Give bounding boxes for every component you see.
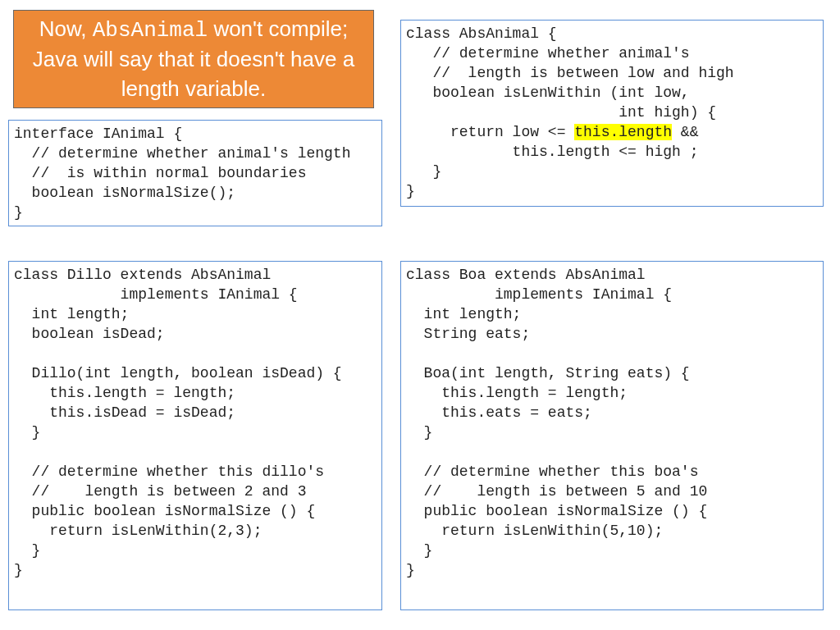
- code-line: }: [14, 204, 23, 221]
- code-line: }: [406, 183, 415, 199]
- code-line: }: [406, 163, 441, 180]
- code-line: // determine whether this dillo's: [14, 463, 324, 480]
- code-line: interface IAnimal {: [14, 126, 182, 142]
- code-line: this.eats = eats;: [406, 404, 592, 421]
- code-dillo: class Dillo extends AbsAnimal implements…: [8, 261, 382, 610]
- code-line: int length;: [14, 306, 129, 322]
- code-ianimal: interface IAnimal { // determine whether…: [8, 120, 382, 226]
- code-line: return isLenWithin(5,10);: [406, 523, 663, 539]
- code-line: this.length = length;: [14, 385, 235, 401]
- code-line: class AbsAnimal {: [406, 25, 557, 42]
- code-line: boolean isLenWithin (int low,: [406, 84, 690, 101]
- code-absanimal: class AbsAnimal { // determine whether a…: [400, 20, 824, 207]
- highlight-this-length: this.length: [574, 124, 672, 140]
- code-line-part: return low <=: [406, 124, 574, 140]
- code-line: // determine whether this boa's: [406, 463, 698, 480]
- code-line: class Dillo extends AbsAnimal: [14, 267, 271, 283]
- code-line: int length;: [406, 306, 521, 322]
- code-line: boolean isDead;: [14, 326, 165, 342]
- code-line: }: [14, 542, 40, 559]
- code-line: this.length <= high ;: [406, 144, 698, 160]
- code-line: // length is between 2 and 3: [14, 483, 306, 500]
- code-line: // determine whether animal's length: [14, 145, 350, 162]
- callout-prefix: Now,: [39, 16, 93, 41]
- code-line: int high) {: [406, 104, 716, 121]
- callout-box: Now, AbsAnimal won't compile; Java will …: [13, 10, 374, 108]
- code-boa: class Boa extends AbsAnimal implements I…: [400, 261, 824, 610]
- code-line: this.length = length;: [406, 385, 628, 401]
- code-line: implements IAnimal {: [14, 286, 298, 303]
- code-line: public boolean isNormalSize () {: [406, 503, 707, 519]
- code-line: String eats;: [406, 326, 530, 342]
- code-line: // length is between low and high: [406, 65, 734, 81]
- callout-code: AbsAnimal: [93, 18, 208, 43]
- code-line: }: [14, 562, 23, 578]
- callout-text: Now, AbsAnimal won't compile; Java will …: [30, 15, 357, 103]
- code-line: Dillo(int length, boolean isDead) {: [14, 365, 342, 381]
- code-line: }: [406, 542, 432, 559]
- code-line: }: [406, 562, 415, 578]
- code-line: // is within normal boundaries: [14, 165, 306, 181]
- code-line: // determine whether animal's: [406, 45, 690, 62]
- code-line: // length is between 5 and 10: [406, 483, 707, 500]
- code-line: implements IAnimal {: [406, 286, 672, 303]
- code-line: class Boa extends AbsAnimal: [406, 267, 646, 283]
- code-line: }: [406, 424, 432, 441]
- code-line: Boa(int length, String eats) {: [406, 365, 690, 381]
- code-line: this.isDead = isDead;: [14, 404, 235, 421]
- code-line: return isLenWithin(2,3);: [14, 523, 262, 539]
- code-line: public boolean isNormalSize () {: [14, 503, 315, 519]
- code-line: }: [14, 424, 40, 441]
- code-line-part: &&: [672, 124, 698, 140]
- code-line: boolean isNormalSize();: [14, 185, 235, 201]
